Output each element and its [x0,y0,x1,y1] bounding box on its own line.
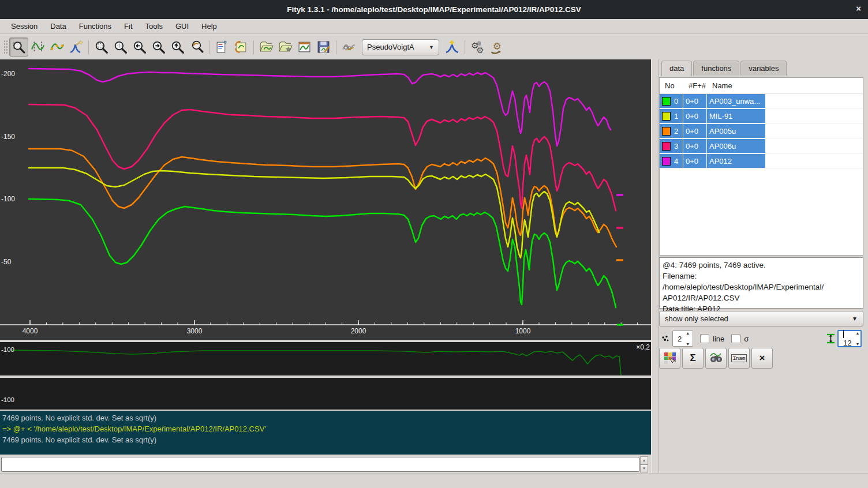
zoom-rectangle-button[interactable] [9,37,28,57]
window-title: Fityk 1.3.1 - /home/aleplo/test/Desktop/… [287,5,581,14]
data-table-header: No #F+# Name [660,78,863,93]
row-no-cell: 3 [660,139,683,153]
tab-functions[interactable]: functions [693,61,739,76]
point-size-icon [661,335,669,343]
dataset-info-line: Filename: /home/aleplo/test/Desktop/IMAP… [663,271,860,292]
menu-item-gui[interactable]: GUI [169,20,195,32]
menu-item-help[interactable]: Help [195,20,223,32]
table-row[interactable]: 40+0AP012 [660,154,863,168]
zoom-left-icon [132,40,147,54]
svg-text:×0.2: ×0.2 [636,343,650,351]
sidebar-tabs: data functions variables [659,59,868,76]
script-editor-icon [215,40,229,54]
aux-plot-2[interactable]: -100 [0,378,651,410]
run-fit-icon: ⚙⚙⚙ [470,39,485,55]
save-session-button[interactable] [314,37,333,57]
column-header-no[interactable]: No [660,81,683,90]
up-arrow-icon[interactable]: ▲ [640,456,648,464]
add-point-button[interactable] [47,37,66,57]
dataset-action-buttons: Σ ⌶nam × [659,348,863,370]
zoom-all-button[interactable] [92,37,111,57]
continue-fit-icon: ⚙ [489,39,504,55]
down-arrow-icon[interactable]: ▼ [640,464,648,472]
add-peak-wand-button[interactable] [66,37,85,57]
dataset-color-swatch[interactable] [662,157,671,166]
menu-item-tools[interactable]: Tools [139,20,169,32]
open-data-button[interactable] [257,37,276,57]
text-caret [843,330,844,338]
y-shift-value: 12 [839,330,854,347]
zoom-up-button[interactable] [168,37,187,57]
open-data-icon [259,40,274,54]
spinner-arrows[interactable]: ▲▼ [854,330,861,347]
zoom-selection-button[interactable] [111,37,130,57]
delete-dataset-button[interactable]: × [751,348,773,369]
session-log-button[interactable] [231,37,250,57]
dataset-color-swatch[interactable] [662,142,671,151]
svg-text:-200: -200 [1,70,15,78]
continue-fit-button[interactable]: ⚙ [487,37,506,57]
aux-plot-1[interactable]: -100×0.2 [0,342,651,376]
dataset-color-swatch[interactable] [662,127,671,136]
find-peaks-button[interactable] [705,348,727,369]
command-history-spinner[interactable]: ▲▼ [640,456,648,472]
dataset-color-swatch[interactable] [662,97,671,106]
data-table-body: 00+0AP003_unwa...10+0MIL-9120+0AP005u30+… [660,94,863,168]
auto-add-peak-button[interactable] [443,37,462,57]
menu-item-session[interactable]: Session [5,20,44,32]
column-header-f[interactable]: #F+# [683,81,707,90]
up-arrow-icon[interactable]: ▲ [855,331,859,335]
column-header-name[interactable]: Name [707,81,766,90]
sum-button[interactable]: Σ [682,348,704,369]
tab-variables[interactable]: variables [740,61,787,76]
spinner-arrows[interactable]: ▲▼ [684,330,691,347]
sigma-checkbox[interactable] [731,334,740,343]
zoom-undo-button[interactable] [187,37,206,57]
toolbar-grip[interactable] [3,40,8,55]
add-point-icon [50,40,64,54]
zoom-right-button[interactable] [149,37,168,57]
point-size-spinner[interactable]: 2 ▲▼ [672,331,693,347]
table-row[interactable]: 10+0MIL-91 [660,109,863,123]
show-mode-dropdown[interactable]: show only selected ▼ [659,311,863,326]
open-data-custom-button[interactable] [276,37,295,57]
statusbar: zoom menu [0,473,868,488]
row-name-cell: AP005u [707,124,766,138]
color-palette-button[interactable] [659,348,680,369]
close-window-button[interactable]: × [856,3,861,13]
dataset-info-line: @4: 7469 points, 7469 active. [663,260,860,271]
row-no-cell: 0 [660,94,683,108]
toolbar: PseudoVoigtA ▼ ⚙⚙⚙ ⚙ [0,35,868,59]
script-editor-button[interactable] [212,37,231,57]
table-row[interactable]: 00+0AP003_unwa... [660,94,863,108]
line-checkbox[interactable] [700,334,709,343]
menubar: SessionDataFunctionsFitToolsGUIHelp [0,19,868,34]
y-shift-spinner[interactable]: 12 ▲▼ [837,330,862,347]
menu-item-data[interactable]: Data [44,20,72,32]
table-row[interactable]: 30+0AP006u [660,139,863,153]
dataset-color-swatch[interactable] [662,112,671,121]
row-no-cell: 1 [660,109,683,123]
tab-data[interactable]: data [661,61,692,76]
command-input[interactable] [1,457,639,472]
table-row[interactable]: 20+0AP005u [660,124,863,138]
binoculars-icon [709,351,723,365]
auto-add-peak-icon [445,40,459,54]
data-range-button[interactable] [28,37,47,57]
menu-item-functions[interactable]: Functions [73,20,118,32]
save-image-button[interactable] [295,37,314,57]
strip-background-button[interactable] [339,37,358,57]
output-console[interactable]: 7469 points. No explicit std. dev. Set a… [0,411,651,455]
down-arrow-icon[interactable]: ▼ [686,342,690,346]
down-arrow-icon[interactable]: ▼ [855,342,859,346]
menu-item-fit[interactable]: Fit [118,20,139,32]
row-name-cell: MIL-91 [707,109,766,123]
up-arrow-icon[interactable]: ▲ [686,331,690,335]
rename-dataset-button[interactable]: ⌶nam [728,348,750,369]
main-plot[interactable]: 4000300020001000-200-150-100-50 [0,59,651,340]
function-type-dropdown[interactable]: PseudoVoigtA ▼ [362,39,439,55]
run-fit-button[interactable]: ⚙⚙⚙ [468,37,487,57]
zoom-left-button[interactable] [130,37,149,57]
zoom-selection-icon [113,40,128,54]
panel-splitter[interactable] [651,59,659,473]
